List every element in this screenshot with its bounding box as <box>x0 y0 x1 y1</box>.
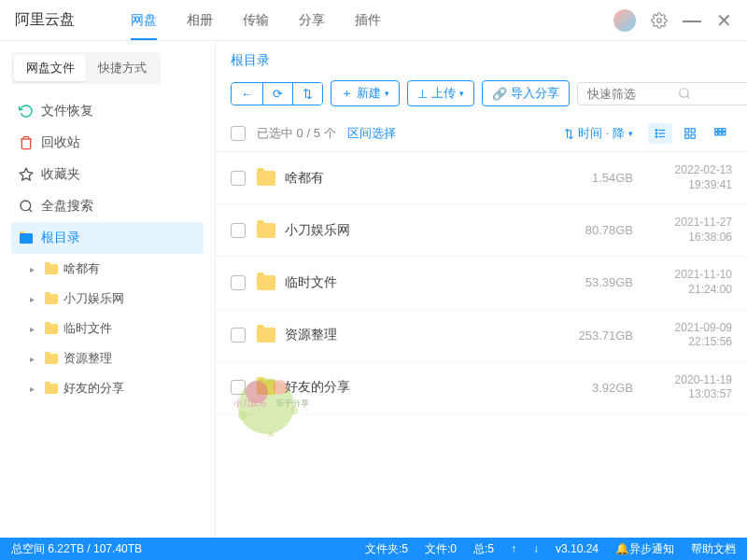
svg-rect-13 <box>691 129 695 133</box>
view-compact-icon[interactable] <box>708 123 732 144</box>
tree-label: 好友的分享 <box>63 380 124 397</box>
caret-icon: ▸ <box>30 354 39 364</box>
row-checkbox[interactable] <box>231 223 246 238</box>
title-bar: 阿里云盘 网盘 相册 传输 分享 插件 — ✕ <box>0 0 747 41</box>
tab-transfer[interactable]: 传输 <box>243 1 269 40</box>
minimize-icon[interactable]: — <box>683 9 701 31</box>
file-row[interactable]: 小刀娱乐网80.78GB2021-11-2716:38:06 <box>216 204 747 257</box>
new-button[interactable]: ＋新建 ▾ <box>331 80 400 106</box>
svg-rect-8 <box>655 133 657 134</box>
upload-indicator-icon: ↑ <box>511 542 516 555</box>
close-icon[interactable]: ✕ <box>716 9 732 32</box>
import-button[interactable]: 🔗导入分享 <box>482 80 570 106</box>
star-icon <box>19 167 34 182</box>
folder-icon <box>257 380 275 395</box>
svg-point-0 <box>657 18 662 22</box>
help-link[interactable]: 帮助文档 <box>691 541 736 557</box>
row-checkbox[interactable] <box>231 328 246 343</box>
view-list-icon[interactable] <box>648 123 672 144</box>
async-notify[interactable]: 🔔异步通知 <box>615 541 674 557</box>
selection-count: 已选中 0 / 5 个 <box>257 125 336 142</box>
svg-rect-15 <box>691 134 695 138</box>
tree-label: 临时文件 <box>63 320 112 337</box>
row-checkbox[interactable] <box>231 275 246 290</box>
tree-item[interactable]: ▸小刀娱乐网 <box>11 284 204 314</box>
sidebar-label: 回收站 <box>41 134 80 151</box>
svg-rect-12 <box>685 129 689 133</box>
folder-icon <box>257 171 275 186</box>
tree-item[interactable]: ▸临时文件 <box>11 314 204 343</box>
caret-icon: ▸ <box>30 294 39 304</box>
gear-icon[interactable] <box>651 12 668 29</box>
refresh-button[interactable]: ⟳ <box>263 83 293 105</box>
filter-input[interactable] <box>577 82 747 105</box>
folder-icon <box>45 294 58 304</box>
caret-icon: ▸ <box>30 324 39 334</box>
sidebar-label: 文件恢复 <box>41 103 93 119</box>
sidebar-item-root[interactable]: 根目录 <box>11 222 204 254</box>
file-name-label: 资源整理 <box>285 327 337 343</box>
tab-plugin[interactable]: 插件 <box>355 1 381 40</box>
row-checkbox[interactable] <box>231 171 246 186</box>
tree-label: 啥都有 <box>63 260 100 277</box>
subtab-shortcut[interactable]: 快捷方式 <box>86 55 158 81</box>
svg-point-2 <box>21 201 31 211</box>
range-select-button[interactable]: 区间选择 <box>347 125 396 142</box>
download-indicator-icon: ↓ <box>533 542 539 555</box>
list-header: 已选中 0 / 5 个 区间选择 ⇅时间 · 降 ▾ <box>216 116 747 152</box>
back-button[interactable]: ← <box>232 83 263 105</box>
subtab-files[interactable]: 网盘文件 <box>14 55 86 81</box>
svg-line-3 <box>29 209 32 212</box>
select-all-checkbox[interactable] <box>231 126 246 141</box>
version-label: v3.10.24 <box>556 542 599 555</box>
space-info: 总空间 6.22TB / 107.40TB <box>11 541 142 557</box>
file-row[interactable]: 资源整理253.71GB2021-09-0922:15:56 <box>216 310 747 362</box>
svg-rect-17 <box>719 129 722 132</box>
upload-button[interactable]: ⊥上传 ▾ <box>407 80 474 106</box>
folder-icon <box>257 223 275 238</box>
breadcrumb[interactable]: 根目录 <box>216 41 747 80</box>
svg-rect-6 <box>655 129 657 131</box>
sidebar-item-trash[interactable]: 回收站 <box>11 127 204 159</box>
file-row[interactable]: 好友的分享3.92GB2020-11-1913:03:57 <box>216 362 747 414</box>
file-name-label: 啥都有 <box>285 170 324 187</box>
svg-rect-9 <box>658 133 665 133</box>
expand-button[interactable]: ⇅ <box>293 83 322 105</box>
sidebar: 网盘文件 快捷方式 文件恢复 回收站 收藏夹 全盘搜索 根目录 ▸啥都有▸小刀娱… <box>0 41 215 538</box>
view-grid-icon[interactable] <box>678 123 702 144</box>
file-row[interactable]: 临时文件53.39GB2021-11-1021:24:00 <box>216 257 747 309</box>
sort-button[interactable]: ⇅时间 · 降 ▾ <box>564 125 633 142</box>
total-count: 总:5 <box>473 541 494 557</box>
folder-count: 文件夹:5 <box>365 541 408 557</box>
restore-icon <box>19 104 34 119</box>
sidebar-label: 收藏夹 <box>41 166 80 183</box>
row-checkbox[interactable] <box>231 380 246 395</box>
sidebar-item-restore[interactable]: 文件恢复 <box>11 95 204 127</box>
file-size: 80.78GB <box>558 223 633 237</box>
svg-line-5 <box>687 95 690 98</box>
tree-item[interactable]: ▸啥都有 <box>11 254 204 284</box>
tab-share[interactable]: 分享 <box>299 1 325 40</box>
avatar[interactable] <box>613 9 636 32</box>
file-name-label: 临时文件 <box>285 274 337 291</box>
tree-item[interactable]: ▸好友的分享 <box>11 373 204 403</box>
tree-item[interactable]: ▸资源整理 <box>11 343 204 373</box>
svg-rect-19 <box>715 133 718 135</box>
tab-netdisk[interactable]: 网盘 <box>131 1 157 40</box>
file-count: 文件:0 <box>425 541 457 557</box>
folder-icon <box>19 231 34 245</box>
file-date: 2021-11-2716:38:06 <box>648 216 732 245</box>
folder-icon <box>45 384 58 394</box>
folder-icon <box>257 275 275 290</box>
caret-icon: ▸ <box>30 264 39 274</box>
sidebar-item-favorites[interactable]: 收藏夹 <box>11 159 204 190</box>
tab-album[interactable]: 相册 <box>187 1 213 40</box>
file-row[interactable]: 啥都有1.54GB2022-02-1319:39:41 <box>216 152 747 204</box>
search-icon <box>19 199 34 214</box>
folder-icon <box>45 264 58 274</box>
svg-marker-1 <box>20 168 32 180</box>
content-area: 根目录 ← ⟳ ⇅ ＋新建 ▾ ⊥上传 ▾ 🔗导入分享 已选中 0 / 5 个 … <box>215 41 747 538</box>
sidebar-item-search[interactable]: 全盘搜索 <box>11 190 204 222</box>
svg-rect-14 <box>685 134 689 138</box>
svg-rect-10 <box>655 135 657 137</box>
